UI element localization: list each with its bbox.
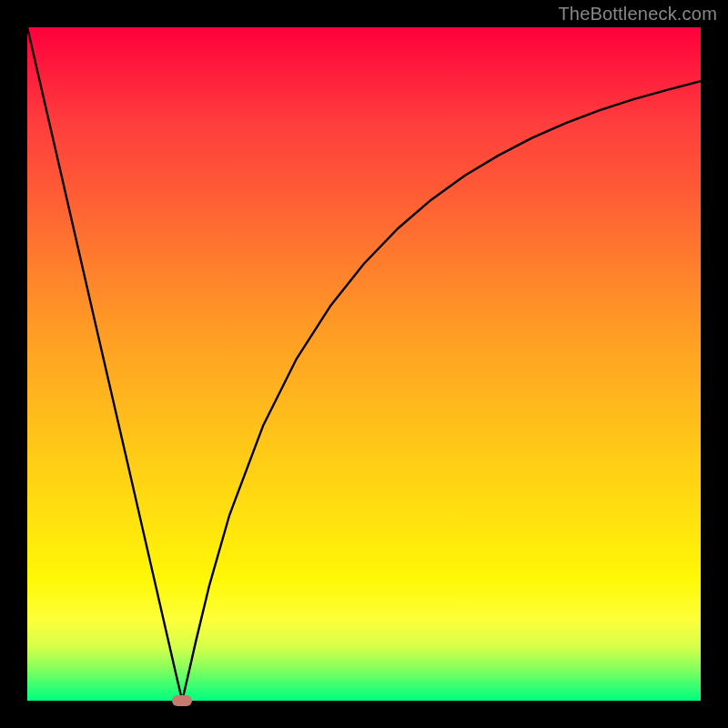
- watermark-text: TheBottleneck.com: [558, 4, 717, 25]
- bottleneck-curve: [27, 27, 701, 701]
- chart-frame: TheBottleneck.com: [0, 0, 728, 728]
- curve-path: [27, 27, 701, 701]
- plot-area: [27, 27, 701, 701]
- min-point-marker: [172, 695, 192, 706]
